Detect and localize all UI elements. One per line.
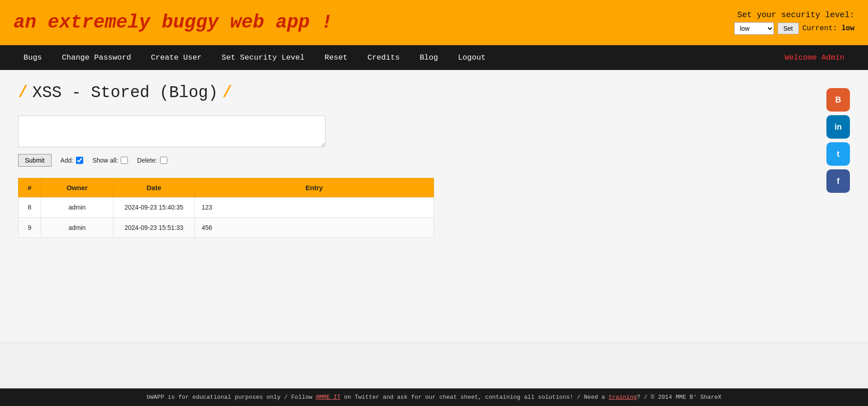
nav-change-password[interactable]: Change Password (52, 45, 141, 70)
table-header-row: # Owner Date Entry (19, 178, 434, 197)
show-all-control: Show all: (92, 157, 128, 164)
cell-num: 9 (19, 218, 41, 238)
delete-checkbox[interactable] (160, 157, 167, 164)
controls-row: Submit Add: Show all: Delete: (18, 154, 813, 167)
blogger-icon[interactable]: B (826, 88, 850, 112)
col-num: # (19, 178, 41, 197)
submit-button[interactable]: Submit (18, 154, 52, 167)
slash-left: / (18, 84, 28, 102)
security-controls: low medium high Set Current: low (734, 22, 854, 35)
security-label: Set your security level: (737, 10, 854, 19)
blog-entry-textarea[interactable] (18, 116, 326, 147)
nav-logout[interactable]: Logout (448, 45, 495, 70)
show-all-label: Show all: (92, 157, 118, 164)
cell-num: 8 (19, 197, 41, 218)
current-level-label: Current: low (802, 24, 854, 33)
social-sidebar: B in t f (826, 84, 850, 327)
delete-control: Delete: (137, 157, 167, 164)
table-row: 8 admin 2024-09-23 15:40:35 123 (19, 197, 434, 218)
header: an extremely buggy web app ! Set your se… (0, 0, 868, 45)
col-entry: Entry (195, 178, 434, 197)
blog-table: # Owner Date Entry 8 admin 2024-09-23 15… (18, 178, 434, 238)
nav-set-security-level[interactable]: Set Security Level (212, 45, 315, 70)
twitter-icon[interactable]: t (826, 142, 850, 166)
navbar: Bugs Change Password Create User Set Sec… (0, 45, 868, 70)
cell-entry: 123 (195, 197, 434, 218)
security-set-button[interactable]: Set (778, 23, 799, 34)
main-content: / XSS - Stored (Blog) / Submit Add: Show… (0, 70, 868, 341)
slash-right: / (222, 84, 232, 102)
nav-blog[interactable]: Blog (410, 45, 448, 70)
cell-owner: admin (41, 218, 113, 238)
nav-create-user[interactable]: Create User (141, 45, 212, 70)
add-checkbox[interactable] (76, 157, 83, 164)
nav-credits[interactable]: Credits (358, 45, 410, 70)
page-title: / XSS - Stored (Blog) / (18, 84, 813, 102)
add-control: Add: (61, 157, 84, 164)
app-title: an extremely buggy web app ! (14, 12, 333, 33)
nav-welcome[interactable]: Welcome Admin (774, 45, 854, 70)
cell-date: 2024-09-23 15:40:35 (113, 197, 195, 218)
cell-date: 2024-09-23 15:51:33 (113, 218, 195, 238)
cell-entry: 456 (195, 218, 434, 238)
content-area: / XSS - Stored (Blog) / Submit Add: Show… (18, 84, 813, 327)
add-label: Add: (61, 157, 74, 164)
nav-bugs[interactable]: Bugs (14, 45, 52, 70)
page-title-text: XSS - Stored (Blog) (33, 84, 218, 102)
col-owner: Owner (41, 178, 113, 197)
nav-reset[interactable]: Reset (315, 45, 358, 70)
security-select[interactable]: low medium high (734, 22, 774, 35)
show-all-checkbox[interactable] (121, 157, 128, 164)
col-date: Date (113, 178, 195, 197)
security-panel: Set your security level: low medium high… (734, 10, 854, 35)
delete-label: Delete: (137, 157, 157, 164)
cell-owner: admin (41, 197, 113, 218)
linkedin-icon[interactable]: in (826, 115, 850, 139)
facebook-icon[interactable]: f (826, 169, 850, 193)
table-row: 9 admin 2024-09-23 15:51:33 456 (19, 218, 434, 238)
